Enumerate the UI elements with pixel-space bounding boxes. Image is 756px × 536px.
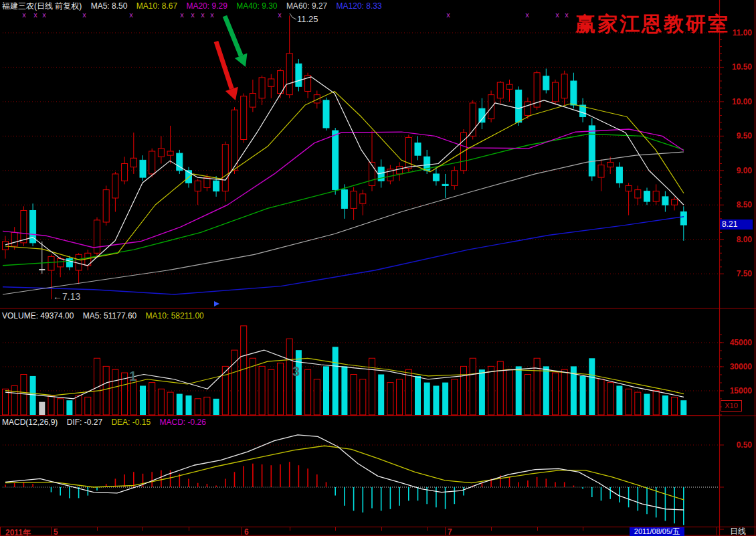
- volume-bar: [39, 402, 45, 415]
- candle-body: [130, 158, 136, 167]
- chart-canvas[interactable]: xxxxxxxxxxxxxx: [0, 0, 756, 536]
- volume-bar: [103, 366, 109, 415]
- candle-body: [94, 220, 100, 253]
- macd-dea: DEA: -0.15: [111, 418, 151, 427]
- candle-body: [58, 259, 64, 267]
- volume-bar: [66, 400, 72, 415]
- volume-bar: [607, 383, 613, 415]
- candle-body: [607, 162, 613, 167]
- volume-value: VOLUME: 49374.00: [2, 311, 74, 321]
- volume-bar: [323, 366, 329, 415]
- volume-bars: [3, 326, 687, 415]
- volume-bar: [397, 379, 403, 415]
- candle-body: [213, 181, 219, 191]
- volume-bar: [149, 383, 155, 415]
- macd-histogram: [5, 462, 684, 525]
- volume-ma5: MA5: 51177.60: [83, 311, 137, 321]
- candle-body: [222, 145, 228, 191]
- volume-bar: [204, 397, 210, 415]
- candle-body: [241, 96, 247, 140]
- volume-bar: [360, 379, 366, 415]
- candle-body: [479, 108, 485, 122]
- volume-bar: [341, 366, 347, 415]
- candle-body: [259, 78, 265, 98]
- last-price-tag: 8.21: [720, 219, 753, 230]
- volume-bar: [158, 389, 164, 415]
- stock-chart-app: xxxxxxxxxxxxxx 福建三农(日线 前复权) MA5: 8.50 MA…: [0, 0, 756, 536]
- low-price-annotation: ←7.13: [53, 291, 80, 302]
- candle-body: [103, 190, 109, 222]
- volume-bar: [268, 369, 274, 415]
- candle-body: [561, 74, 567, 98]
- volume-bar: [296, 350, 302, 415]
- volume-unit-label: X10: [721, 400, 742, 412]
- candle-body: [433, 174, 439, 181]
- volume-bar: [598, 379, 604, 415]
- candle-body: [122, 164, 128, 181]
- volume-bar: [195, 399, 201, 415]
- volume-mark-1: 1: [129, 369, 136, 384]
- volume-bar: [497, 361, 503, 415]
- candle-body: [21, 210, 27, 242]
- x-marker: x: [210, 11, 214, 19]
- volume-bar: [415, 376, 421, 415]
- green-arrow: [225, 16, 241, 56]
- volume-bar: [470, 358, 476, 415]
- x-marker: x: [33, 11, 37, 19]
- candle-body: [626, 185, 632, 191]
- candle-body: [66, 259, 72, 267]
- price-axis-label: 8.50: [723, 200, 752, 209]
- candle-body: [653, 191, 659, 201]
- red-arrow: [216, 41, 231, 89]
- volume-bar: [525, 375, 531, 416]
- volume-bar: [351, 375, 357, 416]
- ma120-value: MA120: 8.33: [337, 1, 382, 11]
- volume-bar: [11, 385, 17, 415]
- volume-bar: [543, 366, 549, 415]
- candle-body: [415, 143, 421, 156]
- volume-bar: [680, 400, 686, 415]
- volume-bar: [333, 347, 339, 415]
- ma5-value: MA5: 8.50: [91, 1, 128, 11]
- volume-bar: [461, 366, 467, 415]
- x-marker: x: [278, 11, 282, 19]
- volume-bar: [76, 395, 82, 415]
- candle-body: [644, 191, 650, 201]
- candle-body: [167, 151, 173, 155]
- volume-bar: [177, 394, 183, 415]
- period-label[interactable]: 日线: [724, 527, 752, 536]
- x-marker: x: [42, 11, 46, 19]
- volume-bar: [553, 373, 559, 415]
- volume-bar: [516, 366, 522, 415]
- volume-bar: [616, 385, 622, 415]
- x-marker: x: [565, 11, 569, 19]
- candle-body: [11, 232, 17, 246]
- high-price-annotation: 11.25: [297, 14, 318, 24]
- candle-body: [662, 197, 668, 205]
- volume-bar: [433, 385, 439, 415]
- volume-header: VOLUME: 49374.00 MA5: 51177.60 MA10: 582…: [2, 311, 204, 321]
- candle-body: [250, 94, 256, 108]
- candle-body: [672, 199, 678, 205]
- candle-body: [635, 190, 641, 198]
- candle-body: [397, 167, 403, 174]
- candle-body: [553, 82, 559, 102]
- x-marker: x: [555, 11, 559, 19]
- volume-bar: [561, 369, 567, 415]
- volume-bar: [3, 389, 9, 415]
- watermark: 赢家江恩教研室: [575, 11, 730, 38]
- volume-bar: [305, 369, 311, 415]
- volume-bar: [479, 369, 485, 415]
- volume-axis-label: 45000: [723, 338, 752, 347]
- candle-body: [516, 90, 522, 122]
- volume-bar: [167, 392, 173, 415]
- high-pointer-line: [290, 13, 296, 19]
- annotation-arrows: [216, 16, 247, 100]
- volume-axis-label: 30000: [723, 362, 752, 371]
- x-marker: x: [82, 11, 86, 19]
- volume-bar: [442, 383, 448, 415]
- ma10-value: MA10: 8.67: [136, 1, 177, 11]
- price-axis-label: 10.50: [723, 62, 752, 72]
- macd-value: MACD: -0.26: [159, 418, 205, 427]
- x-marker: x: [525, 11, 529, 19]
